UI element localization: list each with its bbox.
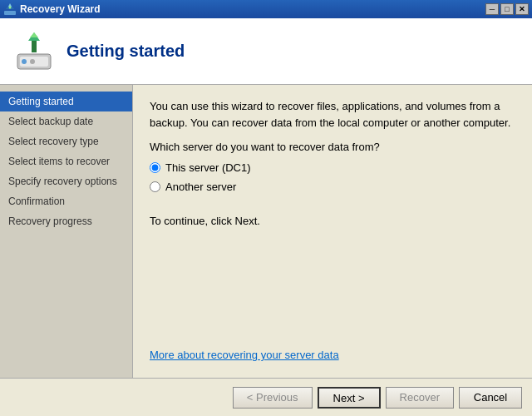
title-bar-buttons: ─ □ ✕ bbox=[485, 3, 529, 15]
nav-item-recovery-progress[interactable]: Recovery progress bbox=[0, 211, 132, 231]
more-info-link[interactable]: More about recovering your server data bbox=[150, 349, 339, 361]
intro-text: You can use this wizard to recover files… bbox=[150, 98, 515, 131]
nav-item-specify-options[interactable]: Specify recovery options bbox=[0, 171, 132, 191]
app-icon bbox=[3, 2, 17, 16]
question-text: Which server do you want to recover data… bbox=[150, 141, 515, 153]
svg-point-6 bbox=[22, 59, 27, 64]
link-area: More about recovering your server data bbox=[150, 349, 515, 361]
server-radio-group: This server (DC1) Another server bbox=[150, 161, 515, 200]
another-server-option[interactable]: Another server bbox=[150, 181, 515, 193]
nav-item-select-items[interactable]: Select items to recover bbox=[0, 151, 132, 171]
nav-item-confirmation[interactable]: Confirmation bbox=[0, 191, 132, 211]
nav-item-getting-started[interactable]: Getting started bbox=[0, 92, 132, 111]
minimize-button[interactable]: ─ bbox=[485, 3, 499, 15]
wizard-footer: < Previous Next > Recover Cancel bbox=[0, 378, 532, 416]
wizard-title: Getting started bbox=[66, 42, 185, 61]
cancel-button[interactable]: Cancel bbox=[459, 387, 522, 409]
wizard-header-icon bbox=[13, 31, 55, 72]
svg-marker-10 bbox=[30, 32, 38, 37]
content-panel: You can use this wizard to recover files… bbox=[133, 85, 532, 378]
next-button[interactable]: Next > bbox=[318, 387, 381, 409]
another-server-radio[interactable] bbox=[150, 181, 160, 192]
title-bar: Recovery Wizard ─ □ ✕ bbox=[0, 0, 532, 18]
this-server-label: This server (DC1) bbox=[165, 161, 251, 174]
recover-button[interactable]: Recover bbox=[386, 387, 454, 409]
another-server-label: Another server bbox=[165, 181, 236, 193]
wizard-container: Getting started Getting started Select b… bbox=[0, 18, 532, 416]
nav-item-select-recovery-type[interactable]: Select recovery type bbox=[0, 131, 132, 151]
close-button[interactable]: ✕ bbox=[515, 3, 529, 15]
svg-point-3 bbox=[9, 7, 12, 9]
this-server-option[interactable]: This server (DC1) bbox=[150, 161, 515, 174]
maximize-button[interactable]: □ bbox=[500, 3, 514, 15]
svg-point-7 bbox=[30, 59, 35, 64]
title-bar-left: Recovery Wizard bbox=[3, 2, 101, 16]
nav-panel: Getting started Select backup date Selec… bbox=[0, 85, 133, 378]
wizard-header: Getting started bbox=[0, 18, 532, 85]
continue-text: To continue, click Next. bbox=[150, 215, 515, 227]
this-server-radio[interactable] bbox=[150, 162, 160, 173]
title-bar-text: Recovery Wizard bbox=[20, 3, 101, 15]
nav-item-select-backup-date[interactable]: Select backup date bbox=[0, 111, 132, 131]
wizard-body: Getting started Select backup date Selec… bbox=[0, 85, 532, 378]
previous-button[interactable]: < Previous bbox=[233, 387, 313, 409]
svg-rect-0 bbox=[4, 11, 16, 15]
